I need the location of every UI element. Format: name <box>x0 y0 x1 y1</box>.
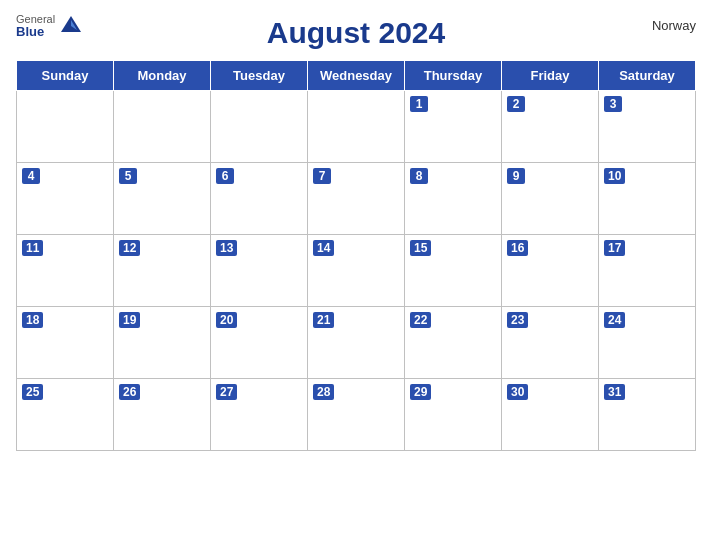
day-number: 16 <box>507 240 528 256</box>
calendar-cell <box>211 91 308 163</box>
calendar-cell: 7 <box>308 163 405 235</box>
week-row-0: 123 <box>17 91 696 163</box>
day-number: 25 <box>22 384 43 400</box>
calendar-cell: 17 <box>599 235 696 307</box>
weekday-header-wednesday: Wednesday <box>308 61 405 91</box>
calendar-cell: 24 <box>599 307 696 379</box>
calendar-cell: 27 <box>211 379 308 451</box>
calendar-cell: 5 <box>114 163 211 235</box>
day-number: 30 <box>507 384 528 400</box>
weekday-header-monday: Monday <box>114 61 211 91</box>
day-number: 4 <box>22 168 40 184</box>
calendar-cell <box>114 91 211 163</box>
week-row-1: 45678910 <box>17 163 696 235</box>
weekday-header-saturday: Saturday <box>599 61 696 91</box>
weekday-header-thursday: Thursday <box>405 61 502 91</box>
calendar-title: August 2024 <box>267 16 445 50</box>
day-number: 20 <box>216 312 237 328</box>
day-number: 1 <box>410 96 428 112</box>
calendar-cell: 26 <box>114 379 211 451</box>
calendar-cell: 9 <box>502 163 599 235</box>
day-number: 10 <box>604 168 625 184</box>
weekday-header-row: SundayMondayTuesdayWednesdayThursdayFrid… <box>17 61 696 91</box>
day-number: 28 <box>313 384 334 400</box>
calendar-cell: 3 <box>599 91 696 163</box>
weekday-header-friday: Friday <box>502 61 599 91</box>
week-row-3: 18192021222324 <box>17 307 696 379</box>
week-row-4: 25262728293031 <box>17 379 696 451</box>
day-number: 24 <box>604 312 625 328</box>
day-number: 29 <box>410 384 431 400</box>
calendar-cell: 11 <box>17 235 114 307</box>
day-number: 17 <box>604 240 625 256</box>
calendar-cell <box>308 91 405 163</box>
calendar-wrapper: General Blue August 2024 Norway SundayMo… <box>0 0 712 550</box>
calendar-cell: 10 <box>599 163 696 235</box>
day-number: 21 <box>313 312 334 328</box>
weekday-header-sunday: Sunday <box>17 61 114 91</box>
calendar-cell: 28 <box>308 379 405 451</box>
day-number: 14 <box>313 240 334 256</box>
day-number: 22 <box>410 312 431 328</box>
calendar-cell: 21 <box>308 307 405 379</box>
calendar-cell: 16 <box>502 235 599 307</box>
calendar-cell: 29 <box>405 379 502 451</box>
country-label: Norway <box>652 18 696 33</box>
calendar-cell: 13 <box>211 235 308 307</box>
day-number: 19 <box>119 312 140 328</box>
calendar-cell: 12 <box>114 235 211 307</box>
day-number: 26 <box>119 384 140 400</box>
day-number: 31 <box>604 384 625 400</box>
day-number: 15 <box>410 240 431 256</box>
day-number: 12 <box>119 240 140 256</box>
calendar-cell: 4 <box>17 163 114 235</box>
calendar-header: General Blue August 2024 Norway <box>16 10 696 54</box>
calendar-cell: 8 <box>405 163 502 235</box>
calendar-tbody: 1234567891011121314151617181920212223242… <box>17 91 696 451</box>
weekday-header-tuesday: Tuesday <box>211 61 308 91</box>
calendar-cell: 30 <box>502 379 599 451</box>
calendar-cell: 2 <box>502 91 599 163</box>
calendar-cell: 22 <box>405 307 502 379</box>
calendar-cell: 31 <box>599 379 696 451</box>
day-number: 8 <box>410 168 428 184</box>
calendar-cell: 23 <box>502 307 599 379</box>
logo: General Blue <box>16 12 85 40</box>
calendar-cell: 15 <box>405 235 502 307</box>
day-number: 6 <box>216 168 234 184</box>
calendar-cell: 6 <box>211 163 308 235</box>
logo-text: General Blue <box>16 13 55 39</box>
day-number: 5 <box>119 168 137 184</box>
day-number: 7 <box>313 168 331 184</box>
logo-icon <box>57 12 85 40</box>
day-number: 27 <box>216 384 237 400</box>
calendar-cell: 1 <box>405 91 502 163</box>
day-number: 3 <box>604 96 622 112</box>
calendar-table: SundayMondayTuesdayWednesdayThursdayFrid… <box>16 60 696 451</box>
logo-blue: Blue <box>16 25 55 39</box>
day-number: 11 <box>22 240 43 256</box>
day-number: 23 <box>507 312 528 328</box>
calendar-cell <box>17 91 114 163</box>
calendar-cell: 19 <box>114 307 211 379</box>
calendar-cell: 18 <box>17 307 114 379</box>
day-number: 13 <box>216 240 237 256</box>
calendar-thead: SundayMondayTuesdayWednesdayThursdayFrid… <box>17 61 696 91</box>
calendar-cell: 20 <box>211 307 308 379</box>
day-number: 9 <box>507 168 525 184</box>
calendar-cell: 14 <box>308 235 405 307</box>
day-number: 18 <box>22 312 43 328</box>
day-number: 2 <box>507 96 525 112</box>
calendar-cell: 25 <box>17 379 114 451</box>
week-row-2: 11121314151617 <box>17 235 696 307</box>
